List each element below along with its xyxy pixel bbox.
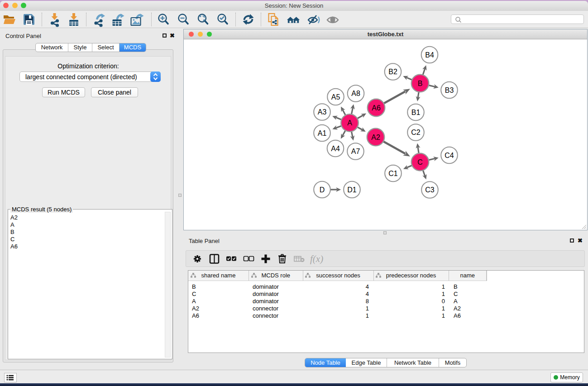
svg-text:B4: B4 [425,51,434,59]
svg-text:A4: A4 [331,145,340,152]
svg-text:B1: B1 [411,109,421,116]
svg-text:C: C [417,158,423,166]
svg-text:A8: A8 [351,90,360,97]
svg-text:C4: C4 [445,152,454,159]
svg-text:f(x): f(x) [310,253,323,264]
svg-text:A2: A2 [371,133,380,141]
svg-text:B3: B3 [445,86,454,94]
svg-text:A7: A7 [351,148,360,155]
svg-text:D1: D1 [347,186,357,194]
svg-text:A: A [347,119,352,127]
svg-text:C1: C1 [388,170,398,177]
svg-text:B: B [418,80,423,87]
svg-text:B2: B2 [388,68,397,76]
svg-text:A3: A3 [318,108,327,116]
svg-text:A5: A5 [331,93,340,101]
svg-text:A6: A6 [372,104,381,112]
svg-text:D: D [320,186,325,194]
svg-text:C2: C2 [411,129,421,136]
svg-text:C3: C3 [425,186,435,194]
svg-text:A1: A1 [318,129,327,137]
